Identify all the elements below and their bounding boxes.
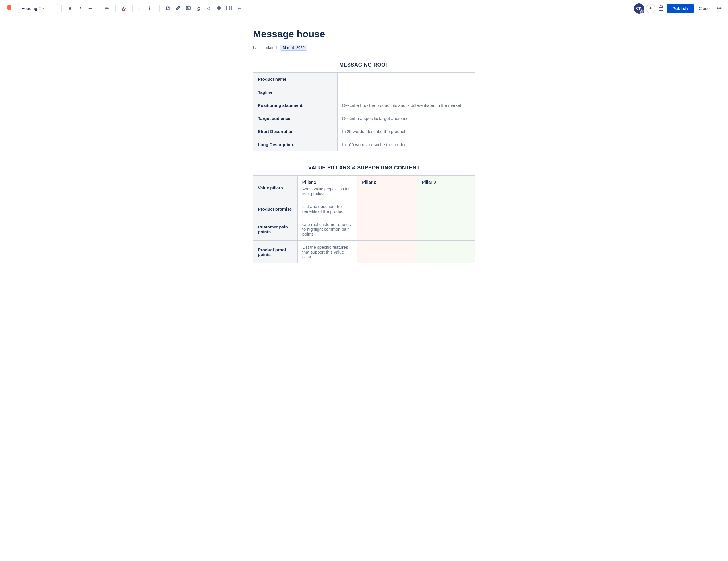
table-row: Customer pain points Use real customer q…: [253, 218, 475, 241]
svg-rect-1: [140, 7, 143, 7]
row-value[interactable]: In 25 words, describe the product: [338, 125, 475, 138]
table-row: Long Description In 100 words, describe …: [253, 138, 475, 151]
pillar2-header[interactable]: Pillar 2: [357, 176, 417, 200]
align-chevron-icon: ▾: [108, 7, 109, 10]
pillar2-cell[interactable]: [357, 218, 417, 241]
insert-group: ☑ @ ☺: [163, 4, 244, 13]
last-updated-date[interactable]: Mar 19, 2020: [280, 45, 307, 51]
pillar1-header[interactable]: Pillar 1 Add a value proposition for you…: [297, 176, 357, 200]
svg-point-0: [139, 7, 140, 7]
close-button[interactable]: Close: [696, 4, 712, 13]
app-logo[interactable]: [5, 4, 14, 13]
more-format-button[interactable]: •••: [86, 4, 95, 13]
text-color-chevron-icon: ▾: [125, 7, 126, 10]
bullet-list-button[interactable]: [136, 4, 146, 13]
pillar1-desc: Add a value proposition for your product: [302, 187, 353, 196]
toolbar-divider-2: [99, 5, 99, 12]
svg-rect-5: [140, 9, 143, 9]
pillar3-cell[interactable]: [417, 218, 475, 241]
image-icon: [186, 5, 191, 11]
row-value[interactable]: Describe how the product fits and is dif…: [338, 99, 475, 112]
insert-more-button[interactable]: + ▾: [235, 4, 244, 13]
toolbar-divider-3: [115, 5, 116, 12]
page-content: Message house Last Updated: Mar 19, 2020…: [247, 17, 481, 286]
add-icon: +: [649, 5, 652, 11]
svg-rect-9: [150, 8, 153, 8]
align-icon: ≡: [105, 5, 108, 11]
link-button[interactable]: [173, 4, 183, 13]
row-label: Positioning statement: [253, 99, 338, 112]
row-label: Short Description: [253, 125, 338, 138]
link-icon: [175, 5, 181, 11]
lock-icon[interactable]: [658, 4, 665, 13]
columns-button[interactable]: [224, 4, 234, 13]
pillar3-header[interactable]: Pillar 3: [417, 176, 475, 200]
last-updated-row: Last Updated: Mar 19, 2020: [253, 45, 475, 51]
align-group: ≡ ▾: [102, 4, 112, 13]
image-button[interactable]: [183, 4, 193, 13]
task-icon: ☑: [166, 6, 170, 11]
pillar1-cell[interactable]: List and describe the benefits of the pr…: [297, 200, 357, 218]
row-label: Product proof points: [253, 241, 298, 264]
task-button[interactable]: ☑: [163, 4, 173, 13]
svg-rect-19: [227, 6, 229, 10]
toolbar-divider-4: [132, 5, 133, 12]
avatar-initials: CK: [636, 6, 642, 11]
numbered-list-button[interactable]: 1. 2. 3.: [146, 4, 156, 13]
value-pillars-table: Value pillars Pillar 1 Add a value propo…: [253, 175, 475, 264]
table-button[interactable]: [214, 4, 224, 13]
insert-more-chevron-icon: ▾: [240, 7, 241, 10]
table-row: Product name: [253, 73, 475, 86]
pillar3-cell[interactable]: [417, 241, 475, 264]
page-title: Message house: [253, 28, 475, 40]
value-pillars-header: Value pillars: [253, 176, 298, 200]
heading-style-selector[interactable]: Heading 2 ▾: [18, 4, 58, 13]
row-value[interactable]: [338, 86, 475, 99]
avatar[interactable]: CK c: [634, 3, 644, 14]
heading-style-label: Heading 2: [21, 6, 41, 11]
bold-button[interactable]: B: [65, 4, 75, 13]
heading-chevron-icon: ▾: [42, 7, 44, 10]
text-color-icon: A: [122, 6, 125, 11]
svg-rect-11: [150, 9, 153, 9]
mention-icon: @: [196, 6, 201, 11]
pillar2-cell[interactable]: [357, 200, 417, 218]
italic-button[interactable]: I: [75, 4, 85, 13]
table-row: Target audience Describe a specific targ…: [253, 112, 475, 125]
svg-rect-21: [659, 7, 663, 10]
add-collaborator-button[interactable]: +: [646, 4, 655, 13]
row-value[interactable]: In 100 words, describe the product: [338, 138, 475, 151]
avatar-group: CK c +: [634, 3, 655, 14]
pillar1-cell[interactable]: List the specific features that support …: [297, 241, 357, 264]
toolbar-divider-1: [61, 5, 62, 12]
bullet-list-icon: [138, 5, 143, 11]
row-label: Target audience: [253, 112, 338, 125]
pillar2-cell[interactable]: [357, 241, 417, 264]
svg-text:3.: 3.: [149, 8, 150, 10]
row-label: Product name: [253, 73, 338, 86]
svg-rect-14: [217, 6, 221, 10]
pillar3-cell[interactable]: [417, 200, 475, 218]
pillar2-label: Pillar 2: [362, 180, 412, 185]
table-row: Product proof points List the specific f…: [253, 241, 475, 264]
row-value[interactable]: Describe a specific target audience: [338, 112, 475, 125]
text-color-group: A ▾: [119, 4, 129, 13]
text-color-button[interactable]: A ▾: [119, 4, 129, 13]
avatar-badge: c: [640, 10, 644, 14]
more-options-button[interactable]: •••: [715, 4, 723, 13]
mention-button[interactable]: @: [194, 4, 203, 13]
more-options-icon: •••: [716, 5, 722, 11]
text-format-group: B I •••: [65, 4, 95, 13]
pillar1-cell[interactable]: Use real customer quotes to highlight co…: [297, 218, 357, 241]
table-row: Product promise List and describe the be…: [253, 200, 475, 218]
emoji-button[interactable]: ☺: [204, 4, 214, 13]
table-icon: [216, 5, 222, 11]
align-button[interactable]: ≡ ▾: [102, 4, 112, 13]
row-value[interactable]: [338, 73, 475, 86]
publish-button[interactable]: Publish: [667, 4, 694, 13]
svg-rect-3: [140, 8, 143, 8]
svg-point-2: [139, 8, 140, 9]
row-label: Tagline: [253, 86, 338, 99]
value-pillars-title: VALUE PILLARS & SUPPORTING CONTENT: [253, 165, 475, 171]
list-group: 1. 2. 3.: [136, 4, 156, 13]
